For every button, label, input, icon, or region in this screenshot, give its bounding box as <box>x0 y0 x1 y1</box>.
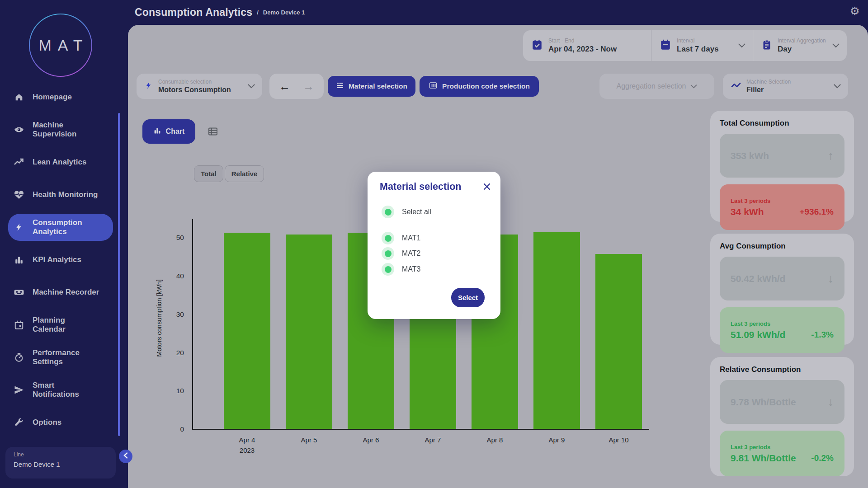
select-all-option[interactable]: Select all <box>382 206 431 218</box>
material-option-mat1[interactable]: MAT1 <box>382 232 420 244</box>
interval-label: Interval <box>677 38 719 44</box>
bar-chart-icon <box>14 254 24 265</box>
chevron-down-icon <box>738 42 745 50</box>
stat-period-value: 34 kWh <box>731 206 764 217</box>
chart-bar-slot <box>216 233 278 429</box>
consumable-selection-value: Motors Consumption <box>158 86 231 94</box>
eye-icon <box>14 124 24 135</box>
recorder-icon <box>14 287 24 298</box>
material-selection-button[interactable]: Material selection <box>328 76 415 97</box>
stat-card-title: Avg Consumption <box>720 242 844 251</box>
material-option-mat2[interactable]: MAT2 <box>382 247 420 260</box>
logo[interactable]: MAT <box>29 14 92 77</box>
avg-consumption-card: Avg Consumption 50.42 kWh/d ↓ Last 3 per… <box>710 234 854 345</box>
production-code-selection-button[interactable]: Production code selection <box>420 76 539 97</box>
sidebar-item-label: Lean Analytics <box>33 158 86 167</box>
stat-period-value: 9.81 Wh/Bottle <box>731 453 796 464</box>
stat-delta-box: Last 3 periods 9.81 Wh/Bottle -0.2% <box>720 431 844 476</box>
stat-current-value: 353 kWh <box>731 150 769 161</box>
consumable-selection-dropdown[interactable]: Consumable selection Motors Consumption <box>137 74 262 99</box>
chevron-left-icon <box>123 452 128 460</box>
chart-bar-slot <box>526 232 588 429</box>
trend-up-icon: ↑ <box>828 149 834 163</box>
sidebar-item-label: Options <box>33 418 61 427</box>
sidebar-item-label: Smart Notifications <box>33 381 79 399</box>
sidebar-item-lean-analytics[interactable]: Lean Analytics <box>0 146 121 178</box>
sidebar-item-options[interactable]: Options <box>0 406 121 439</box>
stopwatch-icon <box>14 352 24 363</box>
chart-bar-slot <box>278 235 340 429</box>
sidebar-item-label: Performance Settings <box>33 348 80 366</box>
page-header: Consumption Analytics / Demo Device 1 <box>135 0 305 25</box>
sidebar-item-health-monitoring[interactable]: Health Monitoring <box>0 178 121 211</box>
sidebar-item-homepage[interactable]: Homepage <box>0 81 121 113</box>
radio-selected-icon <box>382 232 394 244</box>
x-tick-label: Apr 10 <box>588 435 650 456</box>
toggle-relative[interactable]: Relative <box>225 165 264 182</box>
back-arrow-button[interactable]: ← <box>279 81 290 92</box>
chevron-down-icon <box>834 82 841 90</box>
bar-chart-icon <box>153 127 161 136</box>
period-nav: ← → <box>269 74 324 99</box>
chart-view-button[interactable]: Chart <box>142 119 195 144</box>
sidebar-item-machine-recorder[interactable]: Machine Recorder <box>0 276 121 309</box>
date-filter-bar: Start - End Apr 04, 2023 - Now Interval … <box>523 30 847 61</box>
chart-view-button-label: Chart <box>166 127 185 136</box>
material-option-label: MAT1 <box>402 234 420 242</box>
relative-consumption-card: Relative Consumption 9.78 Wh/Bottle ↓ La… <box>710 357 854 476</box>
interval-aggregation-filter[interactable]: Interval Aggregation Day <box>753 30 847 61</box>
table-view-button[interactable] <box>208 126 218 137</box>
chevron-down-icon <box>248 82 255 90</box>
toggle-total[interactable]: Total <box>194 165 223 182</box>
start-end-filter[interactable]: Start - End Apr 04, 2023 - Now <box>523 30 651 61</box>
production-code-selection-button-label: Production code selection <box>442 82 530 90</box>
sidebar-item-smart-notifications[interactable]: Smart Notifications <box>0 374 121 406</box>
sidebar-item-planning-calendar[interactable]: Planning Calendar <box>0 309 121 341</box>
device-card[interactable]: Line Demo Device 1 <box>5 447 116 479</box>
close-icon[interactable] <box>483 183 491 190</box>
sidebar-item-consumption-analytics[interactable]: Consumption Analytics <box>8 214 113 241</box>
device-card-label: Line <box>14 451 108 458</box>
sidebar-scrollbar[interactable] <box>118 113 120 436</box>
y-tick-label: 40 <box>176 272 184 280</box>
x-tick-label: Apr 5 <box>278 435 340 456</box>
stat-current-value: 9.78 Wh/Bottle <box>731 397 796 408</box>
send-icon <box>14 385 24 395</box>
lightning-icon <box>14 222 24 233</box>
start-end-label: Start - End <box>548 38 617 44</box>
x-axis-labels: Apr 4 2023Apr 5Apr 6Apr 7Apr 8Apr 9Apr 1… <box>216 435 650 456</box>
radio-selected-icon <box>382 247 394 260</box>
material-option-mat3[interactable]: MAT3 <box>382 263 420 276</box>
radio-selected-icon <box>382 206 394 218</box>
interval-filter[interactable]: Interval Last 7 days <box>651 30 753 61</box>
sidebar-item-machine-supervision[interactable]: Machine Supervision <box>0 113 121 146</box>
machine-selection-dropdown[interactable]: Machine Selection Filler <box>723 74 848 99</box>
x-tick-label: Apr 9 <box>526 435 588 456</box>
sidebar-item-kpi-analytics[interactable]: KPI Analytics <box>0 244 121 276</box>
sidebar-item-performance-settings[interactable]: Performance Settings <box>0 341 121 374</box>
select-button[interactable]: Select <box>451 288 485 307</box>
trend-line-icon <box>14 157 24 168</box>
chart-mode-toggle: Total Relative <box>194 165 264 182</box>
x-tick-label: Apr 7 <box>402 435 464 456</box>
forward-arrow-button[interactable]: → <box>303 81 314 92</box>
stat-delta-box: Last 3 periods 34 kWh +936.1% <box>720 184 844 230</box>
interval-aggregation-value: Day <box>778 45 826 54</box>
y-tick-label: 30 <box>176 310 184 319</box>
sidebar-collapse-button[interactable] <box>119 450 132 463</box>
breadcrumb-separator: / <box>257 9 259 16</box>
stat-period-label: Last 3 periods <box>731 444 834 450</box>
chart-bar <box>224 233 270 429</box>
home-icon <box>14 92 24 103</box>
radio-selected-icon <box>382 263 394 276</box>
material-option-label: MAT3 <box>402 265 420 273</box>
material-icon <box>336 81 344 91</box>
chevron-down-icon <box>690 82 697 90</box>
stat-period-label: Last 3 periods <box>731 320 834 327</box>
settings-gear-icon[interactable]: ⚙ <box>850 5 860 18</box>
aggregation-selection-dropdown[interactable]: Aggregation selection <box>599 74 714 99</box>
y-tick-label: 0 <box>180 425 184 433</box>
sidebar-item-label: Machine Recorder <box>33 288 99 297</box>
modal-title: Material selection <box>380 181 461 192</box>
trend-down-icon: ↓ <box>828 395 834 409</box>
